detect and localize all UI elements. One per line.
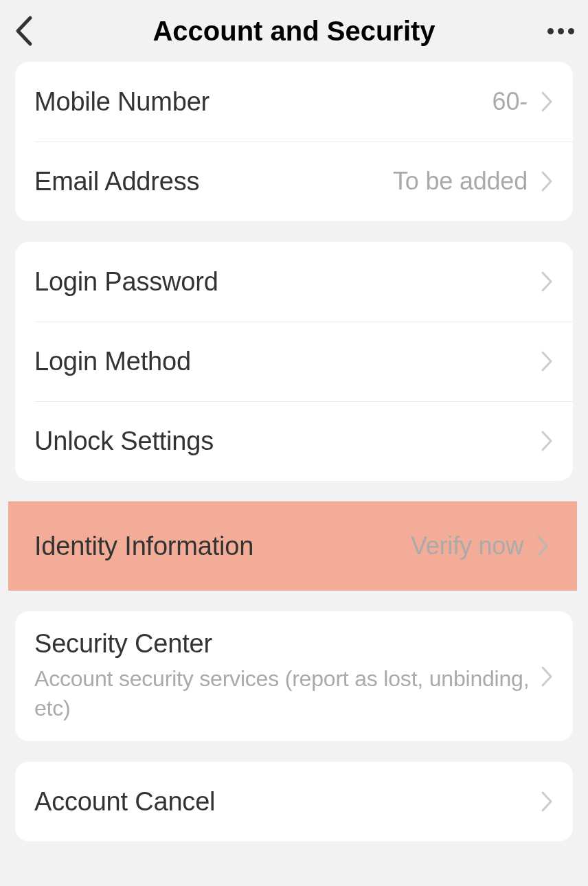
group-account-cancel: Account Cancel: [15, 762, 573, 841]
row-login-method[interactable]: Login Method: [15, 321, 573, 401]
row-account-cancel[interactable]: Account Cancel: [15, 762, 573, 841]
chevron-right-icon: [540, 270, 554, 293]
security-center-label: Security Center: [34, 629, 540, 659]
row-login-password[interactable]: Login Password: [15, 242, 573, 321]
row-unlock-settings[interactable]: Unlock Settings: [15, 401, 573, 481]
email-address-value: To be added: [393, 167, 528, 196]
chevron-right-icon: [536, 534, 550, 558]
login-password-label: Login Password: [34, 267, 540, 297]
security-center-text: Security Center Account security service…: [34, 629, 540, 723]
group-login: Login Password Login Method Unlock Setti…: [15, 242, 573, 481]
email-address-label: Email Address: [34, 167, 393, 196]
chevron-right-icon: [540, 350, 554, 373]
more-button[interactable]: [533, 10, 574, 52]
group-account-info: Mobile Number 60- Email Address To be ad…: [15, 62, 573, 221]
account-cancel-label: Account Cancel: [34, 787, 540, 817]
back-button[interactable]: [14, 10, 55, 52]
mobile-number-value: 60-: [493, 87, 528, 116]
identity-information-value: Verify now: [411, 532, 523, 560]
row-security-center[interactable]: Security Center Account security service…: [15, 611, 573, 741]
more-icon: [547, 28, 574, 34]
group-identity: Identity Information Verify now: [8, 501, 577, 591]
mobile-number-label: Mobile Number: [34, 87, 493, 117]
page-title: Account and Security: [55, 16, 533, 47]
row-identity-information[interactable]: Identity Information Verify now: [8, 501, 577, 591]
chevron-right-icon: [540, 665, 554, 688]
identity-information-label: Identity Information: [34, 532, 411, 561]
row-email-address[interactable]: Email Address To be added: [15, 141, 573, 221]
chevron-right-icon: [540, 170, 554, 193]
chevron-right-icon: [540, 90, 554, 113]
chevron-left-icon: [14, 15, 33, 47]
chevron-right-icon: [540, 790, 554, 813]
header: Account and Security: [0, 0, 588, 62]
group-security-center: Security Center Account security service…: [15, 611, 573, 741]
row-mobile-number[interactable]: Mobile Number 60-: [15, 62, 573, 141]
login-method-label: Login Method: [34, 347, 540, 376]
chevron-right-icon: [540, 429, 554, 453]
unlock-settings-label: Unlock Settings: [34, 427, 540, 456]
security-center-sublabel: Account security services (report as los…: [34, 664, 540, 723]
